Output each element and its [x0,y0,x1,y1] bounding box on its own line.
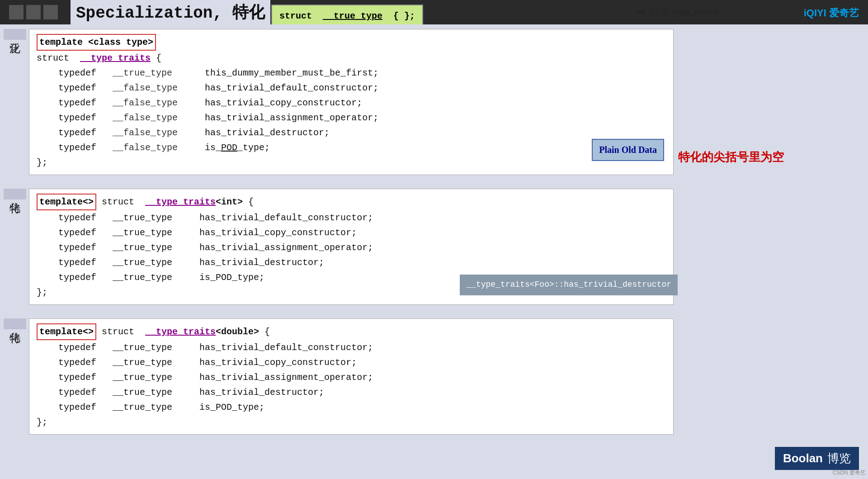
spec1-line-4: typedef __true_type has_trivial_destruct… [37,255,666,270]
code-panels-column: 泛化 template <class type> struct __type_t… [4,29,678,474]
gen-line-3: typedef __false_type has_trivial_copy_co… [37,95,666,110]
spec1-line-2: typedef __true_type has_trivial_copy_con… [37,225,666,240]
spec1-true-1: __true_type [113,213,172,223]
square-2 [26,5,41,19]
spec1-template-line: template<> struct __type_traits<int> { [37,194,666,210]
iqiyi-branding: iQIYI 爱奇艺 [804,6,859,20]
true-type-label: __true_type [323,11,382,21]
generalization-label: 泛化 [4,29,26,40]
spec1-true-4: __true_type [113,257,172,268]
notes-spacer-top [678,33,863,138]
spec2-struct-decl: struct __type_traits<double> { [96,327,270,337]
spec2-true-4: __true_type [113,387,172,398]
spec2-double-param: <double> [216,327,259,337]
spec2-line-5: typedef __true_type is_POD_type; [37,400,666,415]
spec1-struct-name: __type_traits [145,197,216,207]
gen-line-2: typedef __false_type has_trivial_default… [37,81,666,95]
spec2-true-5: __true_type [113,402,172,413]
gen-template-line: template <class type> [37,34,666,51]
spec2-template-line: template<> struct __type_traits<double> … [37,323,666,340]
spec1-int-param: <int> [216,197,243,207]
plain-old-data-text: Plain Old Data [599,145,657,155]
header-bar: Specialization, 特化 [0,0,868,24]
boolan-branding: Boolan 博览 [775,447,859,470]
spec2-struct-name: __type_traits [145,327,216,337]
gen-close: }; [37,155,666,170]
gen-template-keyword: template <class type> [37,34,156,51]
boolan-text: Boolan [783,451,823,465]
spec2-code-panel: template<> struct __type_traits<double> … [29,318,674,435]
plain-old-data-box: Plain Old Data [592,139,664,161]
gen-line-5: typedef __false_type has_trivial_destruc… [37,125,666,140]
spec2-line-3: typedef __true_type has_trivial_assignme… [37,370,666,385]
spec2-true-1: __true_type [113,342,172,353]
generalization-code-panel: template <class type> struct __type_trai… [29,29,674,175]
square-1 [9,5,24,19]
spec2-line-2: typedef __true_type has_trivial_copy_con… [37,355,666,370]
gen-struct-name: __type_traits [80,53,151,63]
gen-line-4: typedef __false_type has_trivial_assignm… [37,110,666,125]
note-red-text: 特化的尖括号里为空 [678,145,863,165]
spec1-note-text: __type_traits<Foo>::has_trivial_destruct… [466,280,671,289]
spec2-line-1: typedef __true_type has_trivial_default_… [37,340,666,355]
square-3 [43,5,58,19]
spec2-template-kw: template<> [37,323,96,340]
page-title: Specialization, 特化 [71,0,270,24]
spec1-true-2: __true_type [113,228,172,238]
gen-false-type-5: __false_type [113,142,178,153]
spec1-true-3: __true_type [113,242,172,253]
spec1-true-5: __true_type [113,272,172,283]
gen-false-type-1: __false_type [113,83,178,93]
gen-false-type-3: __false_type [113,113,178,123]
spec1-note-box: __type_traits<Foo>::has_trivial_destruct… [460,275,678,295]
notes-column: 特化的尖括号里为空 [678,29,868,474]
generalization-section: 泛化 template <class type> struct __type_t… [4,29,678,182]
spec1-struct-decl: struct __type_traits<int> { [96,197,254,207]
specialization1-label: 特化 [4,189,26,199]
header-squares [9,5,58,19]
gen-false-type-2: __false_type [113,98,178,108]
pod-underline: POD [221,142,237,153]
spec1-code-panel: template<> struct __type_traits<int> { t… [29,189,674,305]
spec2-close: }; [37,415,666,430]
spec2-true-2: __true_type [113,357,172,368]
gen-struct-decl: struct __type_traits { [37,51,666,66]
gen-line-6: typedef __false_type is_POD_type; [37,140,666,155]
specialization1-section: 特化 template<> struct __type_traits<int> … [4,189,678,312]
spec1-template-kw: template<> [37,194,96,210]
spec1-line-3: typedef __true_type has_trivial_assignme… [37,240,666,255]
gen-false-type-4: __false_type [113,128,178,138]
boolan-zh-text: 博览 [827,451,851,466]
reference-text: ref. G2.91 <type_traits.h> [637,7,723,17]
spec2-line-4: typedef __true_type has_trivial_destruct… [37,385,666,400]
specialization2-label: 特化 [4,318,26,329]
spec2-true-3: __true_type [113,372,172,383]
spec1-line-1: typedef __true_type has_trivial_default_… [37,210,666,225]
main-content: 泛化 template <class type> struct __type_t… [0,24,868,479]
struct-true-type-line: struct __true_type { }; [279,9,415,24]
gen-line-1: typedef __true_type this_dummy_member_mu… [37,66,666,81]
csdn-watermark: CSDN 爱奇艺 [833,469,866,477]
specialization2-section: 特化 template<> struct __type_traits<doubl… [4,318,678,442]
gen-true-type-1: __true_type [113,68,172,78]
